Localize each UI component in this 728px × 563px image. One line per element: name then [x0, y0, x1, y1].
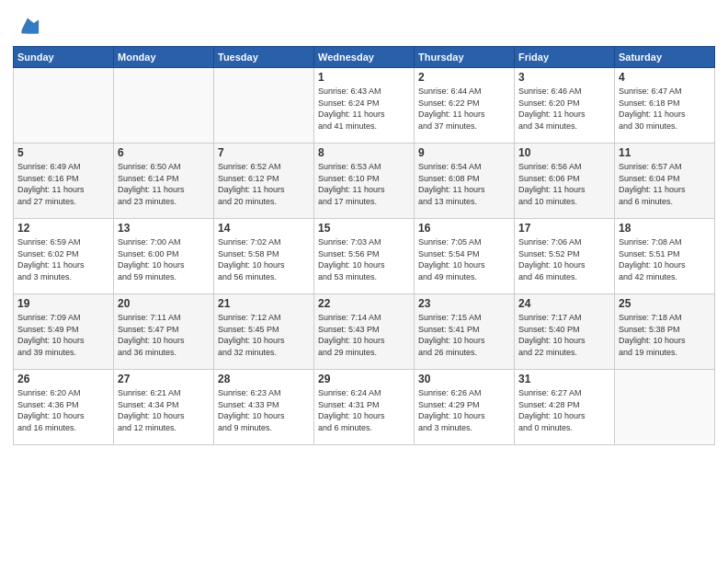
day-info: Sunrise: 6:27 AM Sunset: 4:28 PM Dayligh…: [518, 387, 610, 433]
day-info: Sunrise: 7:14 AM Sunset: 5:43 PM Dayligh…: [318, 312, 410, 358]
calendar-cell: 23Sunrise: 7:15 AM Sunset: 5:41 PM Dayli…: [415, 294, 515, 370]
day-info: Sunrise: 7:18 AM Sunset: 5:38 PM Dayligh…: [619, 312, 711, 358]
day-number: 4: [619, 71, 711, 84]
calendar-table: SundayMondayTuesdayWednesdayThursdayFrid…: [13, 46, 715, 445]
calendar-cell: 18Sunrise: 7:08 AM Sunset: 5:51 PM Dayli…: [615, 219, 715, 294]
calendar-cell: 28Sunrise: 6:23 AM Sunset: 4:33 PM Dayli…: [214, 370, 314, 445]
header-row: SundayMondayTuesdayWednesdayThursdayFrid…: [14, 47, 715, 68]
day-number: 27: [118, 373, 210, 385]
day-number: 3: [518, 71, 610, 84]
calendar-cell: 31Sunrise: 6:27 AM Sunset: 4:28 PM Dayli…: [515, 370, 615, 445]
col-header-monday: Monday: [114, 47, 214, 68]
day-number: 8: [318, 146, 410, 159]
header: [13, 9, 715, 39]
calendar-cell: 4Sunrise: 6:47 AM Sunset: 6:18 PM Daylig…: [615, 68, 715, 144]
day-info: Sunrise: 7:15 AM Sunset: 5:41 PM Dayligh…: [418, 312, 510, 358]
calendar-cell: 5Sunrise: 6:49 AM Sunset: 6:16 PM Daylig…: [14, 144, 114, 219]
calendar-cell: 10Sunrise: 6:56 AM Sunset: 6:06 PM Dayli…: [515, 144, 615, 219]
day-info: Sunrise: 6:23 AM Sunset: 4:33 PM Dayligh…: [218, 387, 310, 433]
calendar-cell: 20Sunrise: 7:11 AM Sunset: 5:47 PM Dayli…: [114, 294, 214, 370]
day-number: 11: [619, 146, 711, 159]
col-header-saturday: Saturday: [615, 47, 715, 68]
week-row-2: 5Sunrise: 6:49 AM Sunset: 6:16 PM Daylig…: [14, 144, 715, 219]
day-info: Sunrise: 6:43 AM Sunset: 6:24 PM Dayligh…: [318, 86, 410, 132]
calendar-cell: 19Sunrise: 7:09 AM Sunset: 5:49 PM Dayli…: [14, 294, 114, 370]
day-number: 21: [218, 297, 310, 310]
col-header-thursday: Thursday: [415, 47, 515, 68]
calendar-cell: 21Sunrise: 7:12 AM Sunset: 5:45 PM Dayli…: [214, 294, 314, 370]
day-number: 5: [17, 146, 109, 159]
calendar-cell: 17Sunrise: 7:06 AM Sunset: 5:52 PM Dayli…: [515, 219, 615, 294]
calendar-cell: 7Sunrise: 6:52 AM Sunset: 6:12 PM Daylig…: [214, 144, 314, 219]
day-info: Sunrise: 6:59 AM Sunset: 6:02 PM Dayligh…: [17, 236, 109, 282]
week-row-1: 1Sunrise: 6:43 AM Sunset: 6:24 PM Daylig…: [14, 68, 715, 144]
week-row-5: 26Sunrise: 6:20 AM Sunset: 4:36 PM Dayli…: [14, 370, 715, 445]
day-number: 7: [218, 146, 310, 159]
col-header-friday: Friday: [515, 47, 615, 68]
day-info: Sunrise: 6:46 AM Sunset: 6:20 PM Dayligh…: [518, 86, 610, 132]
day-number: 6: [118, 146, 210, 159]
calendar-cell: 25Sunrise: 7:18 AM Sunset: 5:38 PM Dayli…: [615, 294, 715, 370]
col-header-tuesday: Tuesday: [214, 47, 314, 68]
day-info: Sunrise: 6:52 AM Sunset: 6:12 PM Dayligh…: [218, 161, 310, 207]
day-info: Sunrise: 6:20 AM Sunset: 4:36 PM Dayligh…: [17, 387, 109, 433]
day-info: Sunrise: 6:44 AM Sunset: 6:22 PM Dayligh…: [418, 86, 510, 132]
col-header-sunday: Sunday: [14, 47, 114, 68]
day-info: Sunrise: 6:50 AM Sunset: 6:14 PM Dayligh…: [118, 161, 210, 207]
calendar-cell: 11Sunrise: 6:57 AM Sunset: 6:04 PM Dayli…: [615, 144, 715, 219]
day-number: 26: [17, 373, 109, 385]
day-info: Sunrise: 7:05 AM Sunset: 5:54 PM Dayligh…: [418, 236, 510, 282]
week-row-4: 19Sunrise: 7:09 AM Sunset: 5:49 PM Dayli…: [14, 294, 715, 370]
day-info: Sunrise: 7:02 AM Sunset: 5:58 PM Dayligh…: [218, 236, 310, 282]
day-info: Sunrise: 7:09 AM Sunset: 5:49 PM Dayligh…: [17, 312, 109, 358]
calendar-cell: 1Sunrise: 6:43 AM Sunset: 6:24 PM Daylig…: [314, 68, 415, 144]
day-info: Sunrise: 6:53 AM Sunset: 6:10 PM Dayligh…: [318, 161, 410, 207]
day-number: 16: [418, 222, 510, 235]
calendar-cell: 16Sunrise: 7:05 AM Sunset: 5:54 PM Dayli…: [415, 219, 515, 294]
calendar-cell: 9Sunrise: 6:54 AM Sunset: 6:08 PM Daylig…: [415, 144, 515, 219]
calendar-cell: 30Sunrise: 6:26 AM Sunset: 4:29 PM Dayli…: [415, 370, 515, 445]
calendar-cell: [214, 68, 314, 144]
logo: [13, 13, 40, 39]
calendar-cell: 26Sunrise: 6:20 AM Sunset: 4:36 PM Dayli…: [14, 370, 114, 445]
day-number: 17: [518, 222, 610, 235]
day-number: 22: [318, 297, 410, 310]
day-info: Sunrise: 6:54 AM Sunset: 6:08 PM Dayligh…: [418, 161, 510, 207]
day-info: Sunrise: 7:06 AM Sunset: 5:52 PM Dayligh…: [518, 236, 610, 282]
day-info: Sunrise: 6:49 AM Sunset: 6:16 PM Dayligh…: [17, 161, 109, 207]
calendar-cell: 29Sunrise: 6:24 AM Sunset: 4:31 PM Dayli…: [314, 370, 415, 445]
day-number: 9: [418, 146, 510, 159]
calendar-cell: 24Sunrise: 7:17 AM Sunset: 5:40 PM Dayli…: [515, 294, 615, 370]
day-number: 2: [418, 71, 510, 84]
day-number: 10: [518, 146, 610, 159]
day-number: 23: [418, 297, 510, 310]
day-info: Sunrise: 7:08 AM Sunset: 5:51 PM Dayligh…: [619, 236, 711, 282]
calendar-cell: 2Sunrise: 6:44 AM Sunset: 6:22 PM Daylig…: [415, 68, 515, 144]
day-number: 13: [118, 222, 210, 235]
day-number: 25: [619, 297, 711, 310]
day-number: 20: [118, 297, 210, 310]
calendar-cell: 13Sunrise: 7:00 AM Sunset: 6:00 PM Dayli…: [114, 219, 214, 294]
day-info: Sunrise: 7:00 AM Sunset: 6:00 PM Dayligh…: [118, 236, 210, 282]
calendar-cell: 22Sunrise: 7:14 AM Sunset: 5:43 PM Dayli…: [314, 294, 415, 370]
day-number: 31: [518, 373, 610, 385]
calendar-cell: [615, 370, 715, 445]
calendar-cell: 3Sunrise: 6:46 AM Sunset: 6:20 PM Daylig…: [515, 68, 615, 144]
day-info: Sunrise: 6:26 AM Sunset: 4:29 PM Dayligh…: [418, 387, 510, 433]
col-header-wednesday: Wednesday: [314, 47, 415, 68]
calendar-cell: 8Sunrise: 6:53 AM Sunset: 6:10 PM Daylig…: [314, 144, 415, 219]
calendar-cell: [14, 68, 114, 144]
day-info: Sunrise: 7:11 AM Sunset: 5:47 PM Dayligh…: [118, 312, 210, 358]
day-info: Sunrise: 6:57 AM Sunset: 6:04 PM Dayligh…: [619, 161, 711, 207]
day-number: 1: [318, 71, 410, 84]
calendar-cell: 27Sunrise: 6:21 AM Sunset: 4:34 PM Dayli…: [114, 370, 214, 445]
calendar-cell: 14Sunrise: 7:02 AM Sunset: 5:58 PM Dayli…: [214, 219, 314, 294]
calendar-page: SundayMondayTuesdayWednesdayThursdayFrid…: [0, 0, 728, 563]
calendar-cell: 6Sunrise: 6:50 AM Sunset: 6:14 PM Daylig…: [114, 144, 214, 219]
day-number: 14: [218, 222, 310, 235]
day-number: 12: [17, 222, 109, 235]
day-info: Sunrise: 6:21 AM Sunset: 4:34 PM Dayligh…: [118, 387, 210, 433]
day-number: 19: [17, 297, 109, 310]
day-info: Sunrise: 6:24 AM Sunset: 4:31 PM Dayligh…: [318, 387, 410, 433]
day-number: 30: [418, 373, 510, 385]
